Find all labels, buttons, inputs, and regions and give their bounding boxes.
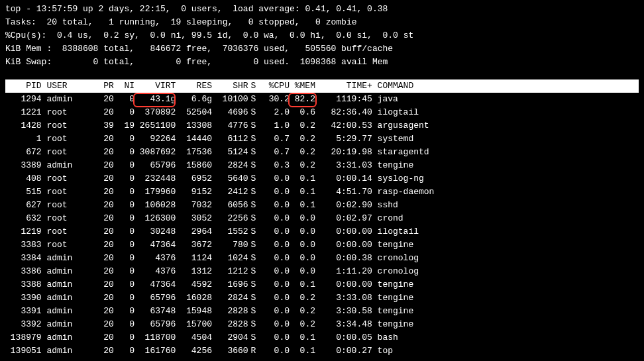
cell-time: 1:11.20 [315, 265, 372, 278]
cell-ni: 0 [114, 199, 134, 212]
cell-mem: 0.2 [290, 318, 315, 331]
cell-res: 1312 [176, 265, 212, 278]
cell-time: 5:29.77 [315, 132, 372, 146]
cell-cpu: 0.0 [258, 305, 290, 318]
cell-pid: 139051 [5, 344, 42, 358]
cell-s: S [248, 318, 259, 331]
highlight-virt [133, 93, 176, 107]
cell-virt: 30248 [134, 225, 176, 238]
cell-res: 6.6g [176, 93, 212, 106]
col-header-virt: VIRT [134, 79, 176, 93]
cell-pr: 20 [93, 132, 114, 146]
cell-shr: 6112 [212, 132, 248, 146]
cell-mem: 0.1 [290, 344, 315, 358]
cell-user: admin [42, 159, 93, 172]
cell-virt: 65796 [134, 159, 176, 172]
cell-res: 16028 [176, 291, 212, 305]
cell-mem: 0.0 [290, 238, 315, 252]
cell-res: 52504 [176, 106, 212, 119]
cell-s: S [248, 212, 259, 225]
cell-s: S [248, 225, 259, 238]
cell-time: 0:02.97 [315, 212, 372, 225]
cell-res: 4504 [176, 331, 212, 344]
col-header-cpu: %CPU [258, 79, 290, 93]
cell-shr: 2828 [212, 305, 248, 318]
cell-virt: 2651100 [134, 119, 176, 132]
cell-ni: 0 [114, 225, 134, 238]
table-row: 515root20017996091522412S0.00.14:51.70ra… [5, 185, 639, 199]
cell-pr: 20 [93, 199, 114, 212]
cell-ni: 0 [114, 278, 134, 291]
cell-cpu: 0.0 [258, 331, 290, 344]
cell-pid: 1 [5, 132, 42, 146]
cell-ni: 0 [114, 159, 134, 172]
cell-time: 0:00.05 [315, 331, 372, 344]
cell-res: 9152 [176, 185, 212, 199]
cell-res: 15948 [176, 305, 212, 318]
cell-user: root [42, 172, 93, 185]
cell-cpu: 30.2 [258, 93, 290, 106]
cell-user: root [42, 132, 93, 146]
cell-shr: 2824 [212, 159, 248, 172]
cell-ni: 0 [114, 185, 134, 199]
cell-shr: 1552 [212, 225, 248, 238]
cell-virt: 161760 [134, 344, 176, 358]
cell-shr: 6056 [212, 199, 248, 212]
cell-virt: 118700 [134, 331, 176, 344]
table-row: 3392admin20065796157002828S0.00.23:34.48… [5, 318, 639, 331]
table-row: 1294admin20043.1g6.6g10100S30.282.21119:… [5, 93, 639, 106]
cell-shr: 10100 [212, 93, 248, 106]
cell-user: root [42, 146, 93, 159]
cell-pid: 3390 [5, 291, 42, 305]
cell-shr: 4696 [212, 106, 248, 119]
cell-cmd: tengine [372, 318, 639, 331]
cell-pr: 20 [93, 172, 114, 185]
cell-shr: 4776 [212, 119, 248, 132]
cell-ni: 0 [114, 305, 134, 318]
cell-mem: 0.0 [290, 252, 315, 265]
cell-res: 7032 [176, 199, 212, 212]
cell-pid: 1294 [5, 93, 42, 106]
cell-pid: 627 [5, 199, 42, 212]
cell-cmd: tengine [372, 159, 639, 172]
cell-cpu: 0.7 [258, 146, 290, 159]
cell-mem: 0.2 [290, 305, 315, 318]
cell-pr: 20 [93, 278, 114, 291]
cell-shr: 2904 [212, 331, 248, 344]
cell-ni: 0 [114, 106, 134, 119]
cell-user: root [42, 212, 93, 225]
cell-pid: 3392 [5, 318, 42, 331]
cell-user: root [42, 238, 93, 252]
cell-shr: 5124 [212, 146, 248, 159]
cell-cmd: systemd [372, 132, 639, 146]
cell-pr: 20 [93, 159, 114, 172]
cell-mem: 0.2 [290, 159, 315, 172]
cell-cmd: rasp-daemon [372, 185, 639, 199]
table-row: 632root20012630030522256S0.00.00:02.97cr… [5, 212, 639, 225]
cell-res: 2964 [176, 225, 212, 238]
cell-cmd: tengine [372, 305, 639, 318]
cell-mem: 0.1 [290, 199, 315, 212]
cell-virt: 232448 [134, 172, 176, 185]
cell-pid: 515 [5, 185, 42, 199]
cell-time: 3:30.58 [315, 305, 372, 318]
cell-ni: 0 [114, 132, 134, 146]
col-header-ni: NI [114, 79, 134, 93]
cell-mem: 82.2 [290, 93, 315, 106]
cell-pr: 20 [93, 305, 114, 318]
cell-pid: 632 [5, 212, 42, 225]
cell-user: admin [42, 265, 93, 278]
cell-pr: 39 [93, 119, 114, 132]
cell-s: S [248, 331, 259, 344]
cell-time: 4:51.70 [315, 185, 372, 199]
cell-s: S [248, 252, 259, 265]
cell-virt: 65796 [134, 291, 176, 305]
table-row: 3390admin20065796160282824S0.00.23:33.08… [5, 291, 639, 305]
cell-pid: 138979 [5, 331, 42, 344]
cell-time: 1119:45 [315, 93, 372, 106]
col-header-pr: PR [93, 79, 114, 93]
col-header-time: TIME+ [315, 79, 372, 93]
cell-shr: 1696 [212, 278, 248, 291]
cell-s: R [248, 344, 259, 358]
cell-virt: 106028 [134, 199, 176, 212]
